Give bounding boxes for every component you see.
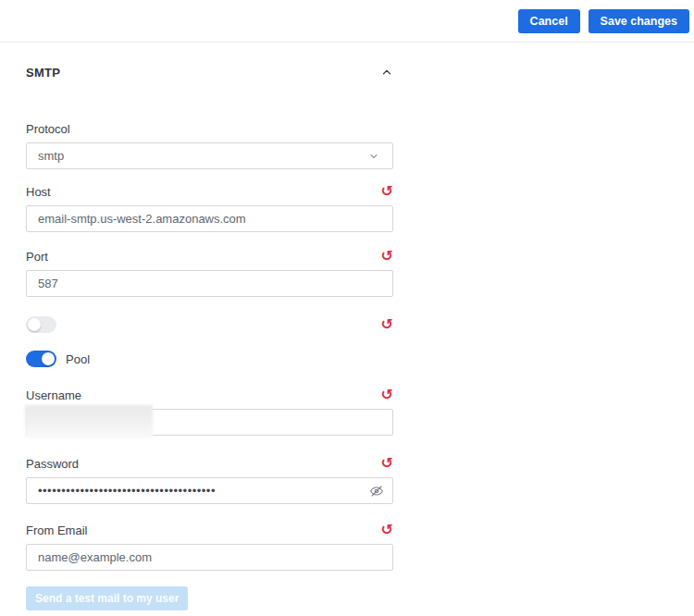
protocol-field-group: Protocol smtp	[26, 122, 393, 169]
undo-icon: ↺	[381, 454, 393, 472]
smtp-section-header: SMTP	[26, 66, 393, 79]
username-field-group: Username ↺	[26, 388, 393, 436]
pool-toggle-label: Pool	[66, 352, 90, 366]
host-field-group: Host ↺	[26, 185, 393, 232]
host-label: Host	[26, 185, 51, 199]
send-test-mail-button[interactable]: Send a test mail to my user	[26, 586, 188, 610]
toggle-knob	[28, 318, 41, 331]
eye-off-icon	[369, 484, 384, 499]
from-email-label: From Email	[26, 524, 87, 537]
reset-password-button[interactable]: ↺	[381, 457, 393, 470]
password-label: Password	[26, 457, 79, 471]
section-title: SMTP	[26, 66, 60, 80]
collapse-section-button[interactable]	[380, 66, 393, 79]
password-input[interactable]	[26, 477, 393, 504]
from-email-field-group: From Email ↺	[26, 524, 393, 571]
protocol-select[interactable]: smtp	[26, 142, 393, 169]
port-input[interactable]	[26, 270, 393, 297]
undo-icon: ↺	[381, 521, 393, 538]
reset-port-button[interactable]: ↺	[381, 250, 393, 263]
undo-icon: ↺	[381, 247, 393, 265]
username-input[interactable]	[26, 409, 393, 436]
pool-toggle[interactable]	[26, 351, 56, 367]
reset-from-email-button[interactable]: ↺	[381, 524, 393, 536]
from-email-input[interactable]	[26, 544, 393, 571]
username-label: Username	[26, 388, 81, 402]
save-changes-button[interactable]: Save changes	[589, 9, 689, 33]
undo-icon: ↺	[381, 386, 393, 403]
undo-icon: ↺	[381, 182, 393, 200]
toggle-password-visibility-button[interactable]	[369, 484, 384, 499]
toggle-knob	[42, 352, 55, 365]
protocol-label: Protocol	[26, 122, 70, 136]
cancel-button[interactable]: Cancel	[518, 9, 580, 33]
toggle-off[interactable]	[26, 316, 56, 333]
pool-toggle-row: Pool	[26, 351, 393, 367]
action-bar: Cancel Save changes	[0, 0, 694, 43]
port-field-group: Port ↺	[26, 250, 393, 297]
secure-toggle-row: ↺	[26, 316, 393, 333]
host-input[interactable]	[26, 205, 393, 232]
password-field-group: Password ↺	[26, 457, 393, 504]
undo-icon: ↺	[381, 315, 393, 333]
reset-username-button[interactable]: ↺	[381, 388, 393, 401]
smtp-settings-form: SMTP Protocol smtp Host	[26, 66, 393, 616]
chevron-up-icon	[380, 66, 393, 79]
port-label: Port	[26, 250, 48, 264]
reset-toggle-button[interactable]: ↺	[381, 318, 393, 331]
reset-host-button[interactable]: ↺	[381, 185, 393, 198]
